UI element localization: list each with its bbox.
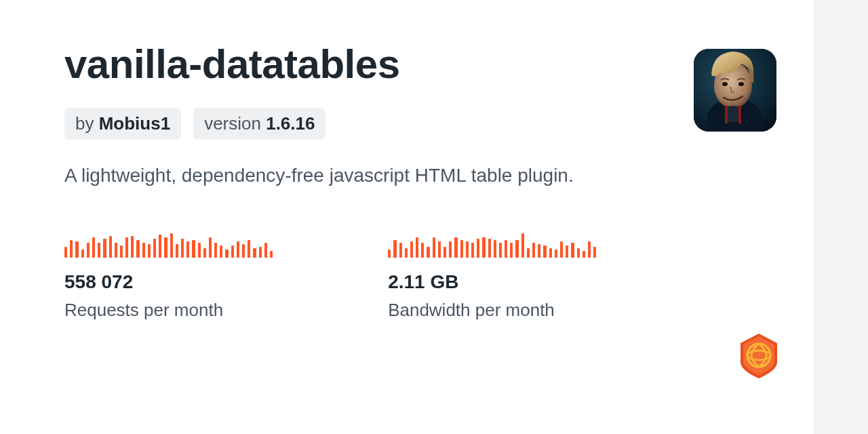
version-number: 1.6.16 (266, 113, 315, 134)
author-tag[interactable]: by Mobius1 (64, 108, 181, 140)
stats-row: 558 072 Requests per month 2.11 GB Bandw… (64, 231, 749, 321)
bandwidth-stat: 2.11 GB Bandwidth per month (388, 231, 596, 321)
package-card: vanilla-datatables by Mobius1 version 1.… (0, 0, 814, 434)
tag-row: by Mobius1 version 1.6.16 (64, 108, 749, 140)
author-prefix: by (75, 113, 99, 134)
svg-rect-5 (738, 106, 741, 123)
svg-point-2 (722, 82, 728, 86)
svg-rect-4 (725, 106, 728, 123)
package-title: vanilla-datatables (64, 41, 749, 87)
bandwidth-label: Bandwidth per month (388, 300, 596, 321)
avatar[interactable] (694, 49, 776, 132)
version-tag: version 1.6.16 (193, 108, 326, 140)
requests-stat: 558 072 Requests per month (64, 231, 273, 321)
avatar-image (694, 49, 776, 132)
requests-sparkline (64, 231, 273, 258)
jsdelivr-logo-icon (738, 332, 780, 380)
svg-point-3 (738, 82, 744, 86)
bandwidth-sparkline (388, 231, 596, 258)
version-prefix: version (204, 113, 266, 134)
requests-label: Requests per month (64, 300, 273, 321)
bandwidth-value: 2.11 GB (388, 271, 596, 293)
author-name: Mobius1 (99, 113, 170, 134)
requests-value: 558 072 (64, 271, 273, 293)
package-description: A lightweight, dependency-free javascrip… (64, 161, 593, 190)
